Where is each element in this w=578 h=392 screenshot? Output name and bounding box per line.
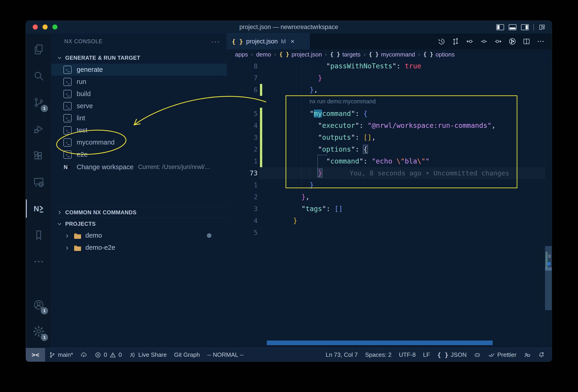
activity-item-remote-explorer[interactable] [26,169,51,195]
activity-item-extensions[interactable] [26,142,51,169]
code-line[interactable]: 8 "passWithNoTests": true [227,60,545,72]
target-item-e2e[interactable]: ›_e2e [51,148,227,161]
tab-close-icon[interactable]: × [290,38,295,45]
status-bar: ><main*00Live ShareGit Graph-- NORMAL --… [26,348,552,362]
sidebar-more-actions[interactable]: ··· [211,38,220,45]
activity-item-search[interactable] [26,63,51,89]
breadcrumb-item-project.json[interactable]: { }project.json [279,51,322,58]
line-number: 4 [227,215,258,227]
status-encoding[interactable]: UTF-8 [395,348,419,362]
status-cursor-position[interactable]: Ln 73, Col 7 [322,348,361,362]
status-prettier[interactable]: Prettier [484,348,520,362]
activity-item-accounts[interactable]: 1 [26,292,51,318]
breadcrumb-item-options[interactable]: { }options [423,51,455,58]
breadcrumb-item-mycommand[interactable]: { }mycommand [369,51,415,58]
breadcrumb-item-targets[interactable]: { }targets [330,51,361,58]
code-line[interactable]: 4} [227,215,545,227]
overview-ruler[interactable] [545,60,552,348]
target-item-build[interactable]: ›_build [51,88,227,100]
code-editor[interactable]: 8 "passWithNoTests": true7 }6 },nx run d… [227,60,552,348]
nx-console-sidebar: NX CONSOLE ··· GENERATE & RUN TARGET›_ge… [51,33,227,348]
chevron-down-icon [56,55,62,61]
activity-item-more-views[interactable] [26,248,51,275]
chevron-right-icon [64,245,70,250]
status-eol[interactable]: LF [419,348,434,362]
previous-change-icon[interactable] [466,37,474,45]
tab-project-json[interactable]: { } project.json M × [227,33,310,49]
next-change-icon[interactable] [494,37,502,45]
change-workspace-label: Change workspace [77,163,133,171]
codelens-run-command[interactable]: nx run demo:mycommand [310,96,376,107]
status-copilot[interactable] [470,348,484,362]
code-line[interactable]: 5 [227,227,545,239]
git-graph-view-icon[interactable] [508,37,517,45]
status-live-share[interactable]: Live Share [125,348,170,362]
code-line[interactable]: 1 "command": "echo \"bla\"" [227,155,545,167]
compare-changes-icon[interactable] [451,37,460,45]
section-header-projects[interactable]: PROJECTS [51,218,227,229]
code-line[interactable]: 6 }, [227,84,545,96]
project-item-demo[interactable]: demo [51,229,227,242]
status-feedback[interactable] [520,348,534,362]
target-item-lint[interactable]: ›_lint [51,112,227,124]
status-remote-indicator[interactable]: >< [26,348,45,362]
code-line[interactable]: 4 "executor": "@nrwl/workspace:run-comma… [227,120,545,131]
target-item-serve[interactable]: ›_serve [51,100,227,112]
activity-item-bookmarks[interactable] [26,222,51,248]
activity-item-run-debug[interactable] [26,116,51,142]
change-workspace-item[interactable]: NChange workspaceCurrent: /Users/juri/nr… [51,161,227,173]
remote-icon [33,176,45,188]
status-vim-mode[interactable]: -- NORMAL -- [203,348,247,362]
activity-item-settings[interactable]: 1 [26,318,51,345]
activity-item-source-control[interactable]: 1 [26,89,51,116]
copilot-icon [474,351,481,358]
code-line[interactable]: 1 } [227,179,545,191]
code-line[interactable]: 2 "options": { [227,143,545,155]
section-header-generate-run-target[interactable]: GENERATE & RUN TARGET [51,52,227,64]
code-line[interactable]: 3 "outputs": [], [227,131,545,143]
target-item-generate[interactable]: ›_generate [51,64,227,76]
project-item-demo-e2e[interactable]: demo-e2e [51,242,227,254]
toggle-secondary-sidebar-icon[interactable] [521,24,529,30]
status-label: -- NORMAL -- [207,351,243,358]
breadcrumb-separator: › [251,51,253,58]
line-number: 1 [227,179,258,191]
timeline-icon[interactable] [437,37,445,45]
code-line[interactable]: 2 }, [227,191,545,203]
target-item-test[interactable]: ›_test [51,124,227,136]
terminal-icon: ›_ [63,78,72,86]
status-problems[interactable]: 00 [91,348,125,362]
activity-item-nx-console[interactable]: N [26,195,51,222]
breadcrumb-item-demo[interactable]: demo [256,51,271,58]
status-label: Git Graph [174,351,200,358]
customize-layout-icon[interactable] [538,24,546,31]
status-publish[interactable] [77,348,91,362]
target-item-mycommand[interactable]: ›_mycommand [51,136,227,148]
status-git-graph[interactable]: Git Graph [170,348,204,362]
status-indentation[interactable]: Spaces: 2 [361,348,395,362]
code-line[interactable]: 3 "tags": [] [227,203,545,215]
editor-group: { } project.json M × apps›demo›{ }projec… [227,33,552,348]
target-item-run[interactable]: ›_run [51,76,227,88]
settings-badge: 1 [41,334,48,341]
code-text: "executor": "@nrwl/workspace:run-command… [293,120,496,131]
code-line[interactable]: nx run demo:mycommand [227,96,545,108]
more-actions-icon[interactable] [536,37,545,45]
split-editor-icon[interactable] [522,37,531,45]
chevron-right-icon [64,233,70,238]
code-line[interactable]: 73 }You, 8 seconds ago • Uncommitted cha… [227,167,545,179]
section-header-common-nx-commands[interactable]: COMMON NX COMMANDS [51,207,227,218]
toggle-sidebar-icon[interactable] [496,24,504,30]
status-notifications[interactable] [534,348,548,362]
code-line[interactable]: 7 } [227,72,545,84]
horizontal-scrollbar[interactable] [267,341,493,345]
activity-item-explorer[interactable] [26,36,51,63]
nx-logo-icon: N [62,163,72,171]
breadcrumb-item-apps[interactable]: apps [235,51,248,58]
target-label: test [77,127,87,134]
status-git-branch[interactable]: main* [45,348,77,362]
code-line[interactable]: 5 "mycommand": { [227,108,545,120]
open-change-icon[interactable] [480,37,488,45]
status-language-mode[interactable]: { }JSON [434,348,470,362]
toggle-panel-icon[interactable] [509,24,517,30]
